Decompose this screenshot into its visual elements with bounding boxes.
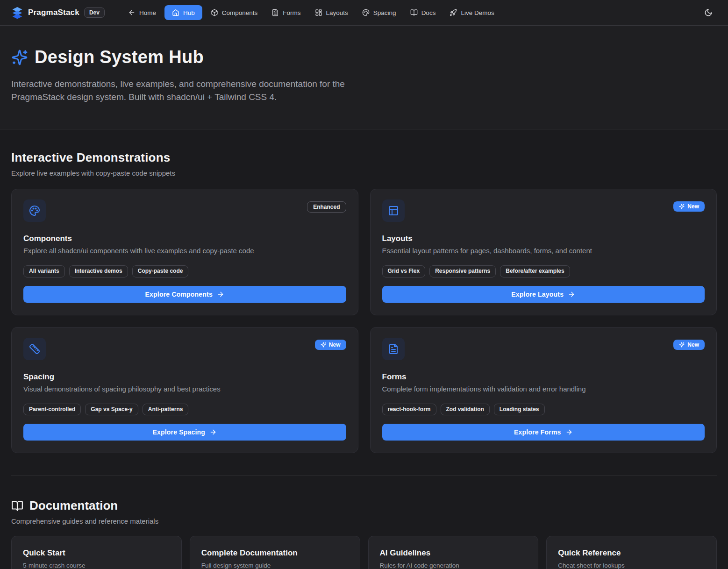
- brand-name: PragmaStack: [28, 8, 79, 17]
- tag-badge: Responsive patterns: [429, 265, 496, 277]
- demos-section: Interactive Demonstrations Explore live …: [11, 129, 717, 453]
- env-badge: Dev: [84, 7, 105, 18]
- docs-section-subtitle: Comprehensive guides and reference mater…: [11, 517, 717, 525]
- house-icon: [172, 9, 179, 16]
- explore-components-button[interactable]: Explore Components: [23, 286, 346, 303]
- nav-label: Hub: [183, 9, 195, 16]
- tag-badge: Zod validation: [441, 404, 490, 416]
- nav-item-layouts[interactable]: Layouts: [309, 5, 354, 20]
- card-header: Enhanced: [23, 199, 346, 222]
- button-label: Explore Layouts: [511, 291, 564, 298]
- tag-badge: react-hook-form: [382, 404, 436, 416]
- box-icon: [211, 9, 218, 16]
- status-badge: New: [315, 340, 346, 350]
- card-header: New: [23, 338, 346, 360]
- explore-forms-button[interactable]: Explore Forms: [382, 424, 705, 441]
- demo-card-spacing: New Spacing Visual demonstrations of spa…: [11, 327, 358, 454]
- tag-badge: Before/after examples: [500, 265, 570, 277]
- doc-card-ai-guidelines[interactable]: AI Guidelines Rules for AI code generati…: [368, 536, 539, 569]
- arrow-right-icon: [565, 428, 573, 436]
- card-tags: Grid vs Flex Responsive patterns Before/…: [382, 265, 705, 277]
- card-title: Layouts: [382, 234, 705, 243]
- doc-card-title: AI Guidelines: [380, 548, 527, 558]
- ruler-icon: [23, 338, 46, 360]
- nav-item-docs[interactable]: Docs: [405, 5, 442, 20]
- tag-badge: Parent-controlled: [23, 404, 81, 416]
- button-label: Explore Forms: [514, 428, 561, 436]
- nav-item-hub[interactable]: Hub: [164, 5, 202, 20]
- card-description: Visual demonstrations of spacing philoso…: [23, 385, 346, 393]
- nav-label: Spacing: [373, 9, 396, 16]
- page-subtitle: Interactive demonstrations, live example…: [11, 78, 358, 104]
- tag-badge: Grid vs Flex: [382, 265, 426, 277]
- card-title: Spacing: [23, 372, 346, 382]
- nav-label: Docs: [421, 9, 436, 16]
- doc-card-quick-start[interactable]: Quick Start 5-minute crash course: [11, 536, 182, 569]
- arrow-right-icon: [217, 291, 224, 298]
- card-description: Explore all shadcn/ui components with li…: [23, 247, 346, 255]
- nav-label: Home: [139, 9, 156, 16]
- card-title: Components: [23, 234, 346, 243]
- demos-section-subtitle: Explore live examples with copy-paste co…: [11, 169, 717, 177]
- demos-section-title: Interactive Demonstrations: [11, 150, 717, 165]
- doc-card-description: Rules for AI code generation: [380, 562, 527, 569]
- badge-label: New: [687, 341, 699, 348]
- demo-card-forms: New Forms Complete form implementations …: [370, 327, 717, 454]
- tag-badge: Copy-paste code: [132, 265, 189, 277]
- button-label: Explore Spacing: [152, 428, 205, 436]
- demo-card-grid: Enhanced Components Explore all shadcn/u…: [11, 189, 717, 453]
- tag-badge: Gap vs Space-y: [85, 404, 138, 416]
- docs-title-text: Documentation: [29, 498, 118, 513]
- arrow-left-icon: [128, 9, 136, 16]
- nav-label: Live Demos: [461, 9, 494, 16]
- brand[interactable]: PragmaStack Dev: [11, 7, 105, 19]
- explore-layouts-button[interactable]: Explore Layouts: [382, 286, 705, 303]
- theme-toggle-button[interactable]: [700, 4, 717, 21]
- status-badge: New: [673, 340, 705, 350]
- doc-card-title: Quick Start: [23, 548, 170, 558]
- main-content: Interactive Demonstrations Explore live …: [0, 129, 728, 569]
- card-header: New: [382, 199, 705, 222]
- tag-badge: Interactive demos: [69, 265, 128, 277]
- nav-item-live-demos[interactable]: Live Demos: [444, 5, 500, 20]
- nav-label: Layouts: [326, 9, 348, 16]
- docs-section-title: Documentation: [11, 498, 717, 513]
- card-tags: Parent-controlled Gap vs Space-y Anti-pa…: [23, 404, 346, 416]
- doc-card-complete-documentation[interactable]: Complete Documentation Full design syste…: [190, 536, 360, 569]
- badge-label: New: [687, 203, 699, 210]
- card-description: Complete form implementations with valid…: [382, 385, 705, 393]
- nav-item-spacing[interactable]: Spacing: [357, 5, 402, 20]
- card-tags: react-hook-form Zod validation Loading s…: [382, 404, 705, 416]
- doc-card-quick-reference[interactable]: Quick Reference Cheat sheet for lookups: [546, 536, 717, 569]
- panels-top-left-icon: [382, 199, 405, 222]
- nav-label: Forms: [283, 9, 300, 16]
- card-description: Essential layout patterns for pages, das…: [382, 247, 705, 255]
- nav-item-forms[interactable]: Forms: [266, 5, 306, 20]
- nav-links: Home Hub Components Forms Layouts: [122, 5, 500, 20]
- arrow-right-icon: [568, 291, 575, 298]
- status-badge: New: [673, 201, 705, 212]
- rocket-icon: [450, 9, 457, 16]
- palette-icon: [362, 9, 370, 16]
- card-title: Forms: [382, 372, 705, 382]
- sparkles-icon: [679, 342, 685, 348]
- badge-label: New: [329, 341, 341, 348]
- tag-badge: All variants: [23, 265, 65, 277]
- tag-badge: Loading states: [494, 404, 545, 416]
- explore-spacing-button[interactable]: Explore Spacing: [23, 424, 346, 441]
- sparkles-icon: [321, 342, 326, 348]
- file-text-icon: [271, 9, 279, 16]
- palette-icon: [23, 199, 46, 222]
- layout-grid-icon: [315, 9, 322, 16]
- hero-section: Design System Hub Interactive demonstrat…: [0, 26, 728, 129]
- nav-item-components[interactable]: Components: [205, 5, 264, 20]
- nav-label: Components: [222, 9, 258, 16]
- doc-card-title: Quick Reference: [558, 548, 705, 558]
- demo-card-layouts: New Layouts Essential layout patterns fo…: [370, 189, 717, 315]
- nav-item-home[interactable]: Home: [122, 5, 162, 20]
- doc-card-description: 5-minute crash course: [23, 562, 170, 569]
- arrow-right-icon: [209, 428, 217, 436]
- book-open-icon: [11, 500, 23, 512]
- card-tags: All variants Interactive demos Copy-past…: [23, 265, 346, 277]
- top-navbar: PragmaStack Dev Home Hub Components Fo: [0, 0, 728, 26]
